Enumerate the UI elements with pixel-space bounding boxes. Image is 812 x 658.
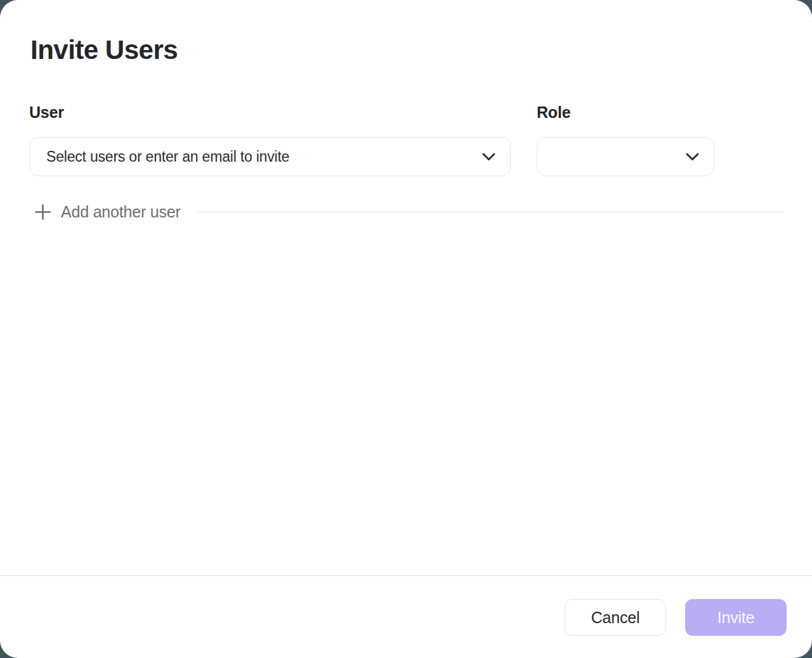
role-select[interactable] [537,137,714,176]
role-field-group: Role [537,103,714,176]
row-divider [197,212,783,212]
add-another-user-row: Add another user [34,203,783,221]
dialog-footer: Cancel Invite [0,575,812,658]
invite-users-dialog: Invite Users User Select users or enter … [0,0,812,658]
dialog-title: Invite Users [30,35,783,65]
user-field-group: User Select users or enter an email to i… [29,103,511,176]
chevron-down-icon [482,153,495,161]
add-another-user-button[interactable]: Add another user [34,203,181,221]
plus-icon [34,203,51,221]
add-another-user-label: Add another user [61,203,181,221]
role-field-label: Role [537,103,714,122]
chevron-down-icon [686,153,699,161]
user-select[interactable]: Select users or enter an email to invite [29,137,511,176]
user-field-label: User [29,103,511,122]
user-select-placeholder: Select users or enter an email to invite [46,148,482,165]
invite-fields-row: User Select users or enter an email to i… [29,103,783,176]
invite-button[interactable]: Invite [685,599,787,636]
dialog-body: Invite Users User Select users or enter … [0,0,812,575]
cancel-button[interactable]: Cancel [565,599,666,636]
